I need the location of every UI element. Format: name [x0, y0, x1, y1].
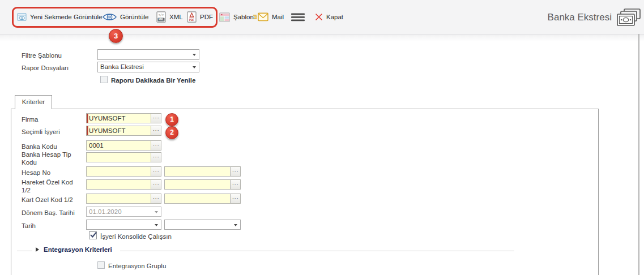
- banka-ekstresi-window: Yeni Sekmede Görüntüle Görüntüle </> XML…: [0, 0, 644, 275]
- auto-refresh-checkbox[interactable]: [100, 76, 108, 83]
- lookup-ellipsis-icon[interactable]: ···: [151, 194, 161, 203]
- banka-kodu-input[interactable]: 0001 ···: [86, 140, 161, 151]
- view-label: Görüntüle: [120, 14, 149, 20]
- firma-label: Firma: [22, 115, 38, 123]
- pdf-export-button[interactable]: PDF PDF: [187, 0, 213, 34]
- eye-icon: [103, 12, 117, 22]
- filter-template-select[interactable]: [97, 49, 199, 60]
- banka-hesap-tip-label: Banka Hesap Tip Kodu: [22, 151, 83, 166]
- template-grid-icon: [219, 12, 230, 22]
- toolbar: Yeni Sekmede Görüntüle Görüntüle </> XML…: [0, 0, 644, 35]
- chevron-down-icon: [193, 66, 196, 68]
- hesap-no-input-1[interactable]: ···: [86, 166, 161, 177]
- entegrasyon-gruplu-checkbox[interactable]: [97, 261, 105, 269]
- mail-button[interactable]: Mail: [253, 0, 284, 34]
- tab-kriterler[interactable]: Kriterler: [15, 95, 52, 109]
- chevron-down-icon: [193, 54, 196, 56]
- lookup-ellipsis-icon[interactable]: ···: [230, 167, 240, 176]
- open-in-new-tab-label: Yeni Sekmede Görüntüle: [30, 14, 102, 20]
- secimli-isyeri-label: Seçimli İşyeri: [22, 128, 60, 136]
- lookup-ellipsis-icon[interactable]: ···: [151, 141, 161, 150]
- banknotes-icon: [616, 8, 641, 27]
- svg-text:</>: </>: [159, 13, 165, 16]
- pdf-label: PDF: [200, 14, 213, 20]
- secimli-isyeri-input[interactable]: UYUMSOFT ···: [86, 126, 161, 136]
- menu-button[interactable]: [291, 0, 305, 34]
- page-title: Banka Ekstresi: [548, 12, 612, 23]
- xml-export-button[interactable]: </> XML XML: [156, 0, 183, 34]
- report-files-select[interactable]: Banka Ekstresi: [97, 62, 199, 72]
- banka-hesap-tip-input[interactable]: ···: [86, 152, 161, 162]
- new-tab-eye-icon: [17, 12, 27, 22]
- auto-refresh-label: Raporu Dakikada Bir Yenile: [111, 76, 195, 84]
- section-divider-left: [17, 251, 32, 251]
- check-icon: [89, 230, 98, 239]
- window-right-border: [638, 34, 639, 275]
- template-button[interactable]: Şablon: [219, 0, 254, 34]
- close-button[interactable]: Kapat: [315, 0, 343, 34]
- annotation-badge-1: 1: [165, 113, 178, 126]
- hamburger-menu-icon: [291, 13, 305, 22]
- expand-arrow-icon[interactable]: [36, 247, 39, 252]
- donem-bas-tarihi-select: 01.01.2020: [86, 207, 161, 217]
- lookup-ellipsis-icon[interactable]: ···: [151, 114, 161, 123]
- section-divider-right: [120, 251, 514, 251]
- entegrasyon-gruplu-label: Entegrasyon Gruplu: [108, 262, 166, 270]
- open-in-new-tab-button[interactable]: Yeni Sekmede Görüntüle: [17, 0, 102, 34]
- hareket-ozel-kod-input-1[interactable]: ···: [86, 179, 161, 190]
- donem-bas-tarihi-label: Dönem Baş. Tarihi: [22, 209, 75, 217]
- filter-template-label: Filtre Şablonu: [22, 51, 62, 59]
- annotation-badge-3: 3: [109, 29, 123, 43]
- view-button[interactable]: Görüntüle: [103, 0, 149, 34]
- content-top-fade: [0, 35, 644, 41]
- tarih-select-1[interactable]: [86, 220, 161, 230]
- lookup-ellipsis-icon[interactable]: ···: [151, 126, 161, 135]
- kart-ozel-kod-label: Kart Özel Kod 1/2: [22, 196, 73, 204]
- hesap-no-label: Hesap No: [22, 169, 50, 177]
- close-label: Kapat: [326, 14, 343, 20]
- konsolide-checkbox[interactable]: [89, 231, 97, 239]
- chevron-down-icon: [155, 224, 158, 226]
- lookup-ellipsis-icon[interactable]: ···: [151, 167, 161, 176]
- banka-kodu-label: Banka Kodu: [22, 143, 57, 151]
- xml-file-icon: </> XML: [156, 11, 166, 23]
- mail-envelope-icon: [253, 12, 268, 22]
- entegrasyon-section-header[interactable]: Entegrasyon Kriterleri: [44, 246, 112, 253]
- hesap-no-input-2[interactable]: ···: [164, 166, 241, 177]
- annotation-badge-2: 2: [165, 126, 178, 139]
- chevron-down-icon: [234, 224, 237, 226]
- pdf-file-icon: PDF: [187, 11, 197, 23]
- lookup-ellipsis-icon[interactable]: ···: [230, 194, 240, 203]
- tarih-select-2[interactable]: [164, 220, 241, 230]
- template-label: Şablon: [233, 14, 254, 20]
- close-x-icon: [315, 13, 323, 21]
- report-files-label: Rapor Dosyaları: [22, 64, 69, 72]
- konsolide-label: İşyeri Konsolide Çalışsın: [100, 233, 172, 240]
- kart-ozel-kod-input-1[interactable]: ···: [86, 194, 161, 204]
- hareket-ozel-kod-input-2[interactable]: ···: [164, 179, 241, 190]
- firma-input[interactable]: UYUMSOFT ···: [86, 113, 161, 123]
- mail-label: Mail: [272, 14, 284, 20]
- chevron-down-icon: [155, 211, 158, 213]
- svg-text:XML: XML: [158, 18, 164, 21]
- svg-text:PDF: PDF: [189, 19, 195, 22]
- lookup-ellipsis-icon[interactable]: ···: [151, 180, 161, 189]
- kart-ozel-kod-input-2[interactable]: ···: [164, 194, 241, 204]
- hareket-ozel-kod-label: Hareket Özel Kod 1/2: [22, 178, 83, 194]
- xml-label: XML: [169, 14, 183, 20]
- lookup-ellipsis-icon[interactable]: ···: [230, 180, 240, 189]
- tarih-label: Tarih: [22, 222, 36, 230]
- lookup-ellipsis-icon[interactable]: ···: [151, 153, 161, 162]
